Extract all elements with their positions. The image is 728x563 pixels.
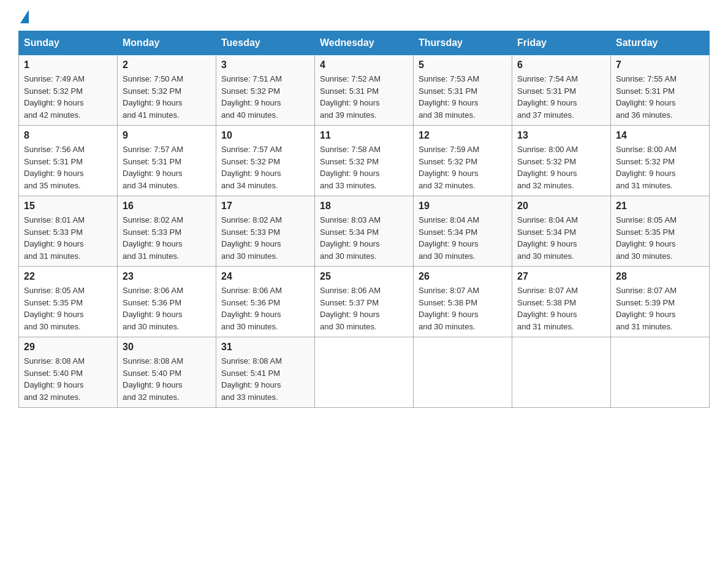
calendar-week-row: 1 Sunrise: 7:49 AM Sunset: 5:32 PM Dayli… <box>19 55 710 126</box>
day-number: 6 <box>517 59 605 71</box>
day-info: Sunrise: 8:05 AM Sunset: 5:35 PM Dayligh… <box>616 214 704 262</box>
calendar-week-row: 15 Sunrise: 8:01 AM Sunset: 5:33 PM Dayl… <box>19 196 710 267</box>
calendar-cell <box>315 337 414 408</box>
day-number: 19 <box>419 201 507 212</box>
calendar-cell: 11 Sunrise: 7:58 AM Sunset: 5:32 PM Dayl… <box>315 126 414 196</box>
day-number: 21 <box>616 201 704 212</box>
day-info: Sunrise: 8:07 AM Sunset: 5:39 PM Dayligh… <box>616 285 704 332</box>
calendar-cell: 15 Sunrise: 8:01 AM Sunset: 5:33 PM Dayl… <box>19 196 118 267</box>
calendar-cell: 5 Sunrise: 7:53 AM Sunset: 5:31 PM Dayli… <box>414 55 512 126</box>
day-number: 23 <box>123 271 211 282</box>
calendar-cell <box>512 337 611 408</box>
day-info: Sunrise: 7:59 AM Sunset: 5:32 PM Dayligh… <box>419 144 507 191</box>
day-info: Sunrise: 8:08 AM Sunset: 5:40 PM Dayligh… <box>123 355 211 403</box>
calendar-cell: 16 Sunrise: 8:02 AM Sunset: 5:33 PM Dayl… <box>118 196 216 267</box>
calendar-cell: 6 Sunrise: 7:54 AM Sunset: 5:31 PM Dayli… <box>512 55 611 126</box>
calendar-cell: 4 Sunrise: 7:52 AM Sunset: 5:31 PM Dayli… <box>315 55 414 126</box>
day-number: 12 <box>419 130 507 141</box>
calendar-cell: 14 Sunrise: 8:00 AM Sunset: 5:32 PM Dayl… <box>611 126 710 196</box>
day-info: Sunrise: 8:07 AM Sunset: 5:38 PM Dayligh… <box>517 285 605 332</box>
day-number: 9 <box>123 130 211 141</box>
day-info: Sunrise: 8:03 AM Sunset: 5:34 PM Dayligh… <box>320 214 408 262</box>
day-number: 4 <box>320 59 408 71</box>
day-info: Sunrise: 8:05 AM Sunset: 5:35 PM Dayligh… <box>24 285 112 332</box>
day-number: 18 <box>320 201 408 212</box>
day-info: Sunrise: 8:06 AM Sunset: 5:36 PM Dayligh… <box>123 285 211 332</box>
day-number: 27 <box>517 271 605 282</box>
day-info: Sunrise: 7:57 AM Sunset: 5:31 PM Dayligh… <box>123 144 211 191</box>
calendar-header-row: SundayMondayTuesdayWednesdayThursdayFrid… <box>19 31 710 55</box>
day-info: Sunrise: 8:08 AM Sunset: 5:41 PM Dayligh… <box>221 355 309 403</box>
calendar-table: SundayMondayTuesdayWednesdayThursdayFrid… <box>18 31 710 408</box>
calendar-cell: 20 Sunrise: 8:04 AM Sunset: 5:34 PM Dayl… <box>512 196 611 267</box>
calendar-cell: 31 Sunrise: 8:08 AM Sunset: 5:41 PM Dayl… <box>216 337 315 408</box>
calendar-week-row: 22 Sunrise: 8:05 AM Sunset: 5:35 PM Dayl… <box>19 267 710 337</box>
day-info: Sunrise: 8:04 AM Sunset: 5:34 PM Dayligh… <box>517 214 605 262</box>
logo-triangle-icon <box>20 10 29 23</box>
day-number: 13 <box>517 130 605 141</box>
day-info: Sunrise: 7:55 AM Sunset: 5:31 PM Dayligh… <box>616 73 704 121</box>
day-number: 1 <box>24 59 112 71</box>
calendar-cell: 24 Sunrise: 8:06 AM Sunset: 5:36 PM Dayl… <box>216 267 315 337</box>
day-info: Sunrise: 7:51 AM Sunset: 5:32 PM Dayligh… <box>221 73 309 121</box>
day-info: Sunrise: 8:02 AM Sunset: 5:33 PM Dayligh… <box>221 214 309 262</box>
page-header <box>18 12 710 20</box>
calendar-cell: 30 Sunrise: 8:08 AM Sunset: 5:40 PM Dayl… <box>118 337 216 408</box>
day-number: 8 <box>24 130 112 141</box>
day-header-monday: Monday <box>118 31 216 55</box>
calendar-cell: 29 Sunrise: 8:08 AM Sunset: 5:40 PM Dayl… <box>19 337 118 408</box>
day-info: Sunrise: 7:58 AM Sunset: 5:32 PM Dayligh… <box>320 144 408 191</box>
day-number: 3 <box>221 59 309 71</box>
day-number: 16 <box>123 201 211 212</box>
day-number: 31 <box>221 342 309 353</box>
day-number: 7 <box>616 59 704 71</box>
day-number: 25 <box>320 271 408 282</box>
calendar-cell: 10 Sunrise: 7:57 AM Sunset: 5:32 PM Dayl… <box>216 126 315 196</box>
day-header-tuesday: Tuesday <box>216 31 315 55</box>
calendar-cell: 19 Sunrise: 8:04 AM Sunset: 5:34 PM Dayl… <box>414 196 512 267</box>
day-number: 26 <box>419 271 507 282</box>
day-number: 10 <box>221 130 309 141</box>
day-info: Sunrise: 8:00 AM Sunset: 5:32 PM Dayligh… <box>517 144 605 191</box>
day-number: 5 <box>419 59 507 71</box>
day-number: 30 <box>123 342 211 353</box>
calendar-cell: 22 Sunrise: 8:05 AM Sunset: 5:35 PM Dayl… <box>19 267 118 337</box>
day-info: Sunrise: 7:49 AM Sunset: 5:32 PM Dayligh… <box>24 73 112 121</box>
calendar-week-row: 8 Sunrise: 7:56 AM Sunset: 5:31 PM Dayli… <box>19 126 710 196</box>
calendar-cell: 8 Sunrise: 7:56 AM Sunset: 5:31 PM Dayli… <box>19 126 118 196</box>
day-info: Sunrise: 7:54 AM Sunset: 5:31 PM Dayligh… <box>517 73 605 121</box>
calendar-cell: 27 Sunrise: 8:07 AM Sunset: 5:38 PM Dayl… <box>512 267 611 337</box>
logo <box>18 12 29 20</box>
day-info: Sunrise: 7:57 AM Sunset: 5:32 PM Dayligh… <box>221 144 309 191</box>
day-info: Sunrise: 8:07 AM Sunset: 5:38 PM Dayligh… <box>419 285 507 332</box>
calendar-cell: 7 Sunrise: 7:55 AM Sunset: 5:31 PM Dayli… <box>611 55 710 126</box>
calendar-cell <box>414 337 512 408</box>
day-number: 14 <box>616 130 704 141</box>
day-info: Sunrise: 8:04 AM Sunset: 5:34 PM Dayligh… <box>419 214 507 262</box>
calendar-cell: 17 Sunrise: 8:02 AM Sunset: 5:33 PM Dayl… <box>216 196 315 267</box>
calendar-cell: 2 Sunrise: 7:50 AM Sunset: 5:32 PM Dayli… <box>118 55 216 126</box>
calendar-cell <box>611 337 710 408</box>
day-info: Sunrise: 8:08 AM Sunset: 5:40 PM Dayligh… <box>24 355 112 403</box>
day-info: Sunrise: 7:50 AM Sunset: 5:32 PM Dayligh… <box>123 73 211 121</box>
calendar-cell: 23 Sunrise: 8:06 AM Sunset: 5:36 PM Dayl… <box>118 267 216 337</box>
day-number: 24 <box>221 271 309 282</box>
day-number: 28 <box>616 271 704 282</box>
calendar-cell: 26 Sunrise: 8:07 AM Sunset: 5:38 PM Dayl… <box>414 267 512 337</box>
calendar-cell: 12 Sunrise: 7:59 AM Sunset: 5:32 PM Dayl… <box>414 126 512 196</box>
day-number: 2 <box>123 59 211 71</box>
day-number: 29 <box>24 342 112 353</box>
day-number: 17 <box>221 201 309 212</box>
calendar-cell: 25 Sunrise: 8:06 AM Sunset: 5:37 PM Dayl… <box>315 267 414 337</box>
day-info: Sunrise: 8:01 AM Sunset: 5:33 PM Dayligh… <box>24 214 112 262</box>
day-header-wednesday: Wednesday <box>315 31 414 55</box>
calendar-cell: 1 Sunrise: 7:49 AM Sunset: 5:32 PM Dayli… <box>19 55 118 126</box>
day-number: 11 <box>320 130 408 141</box>
day-number: 22 <box>24 271 112 282</box>
day-info: Sunrise: 8:06 AM Sunset: 5:37 PM Dayligh… <box>320 285 408 332</box>
calendar-cell: 13 Sunrise: 8:00 AM Sunset: 5:32 PM Dayl… <box>512 126 611 196</box>
calendar-cell: 3 Sunrise: 7:51 AM Sunset: 5:32 PM Dayli… <box>216 55 315 126</box>
calendar-cell: 9 Sunrise: 7:57 AM Sunset: 5:31 PM Dayli… <box>118 126 216 196</box>
day-info: Sunrise: 8:02 AM Sunset: 5:33 PM Dayligh… <box>123 214 211 262</box>
day-info: Sunrise: 7:53 AM Sunset: 5:31 PM Dayligh… <box>419 73 507 121</box>
